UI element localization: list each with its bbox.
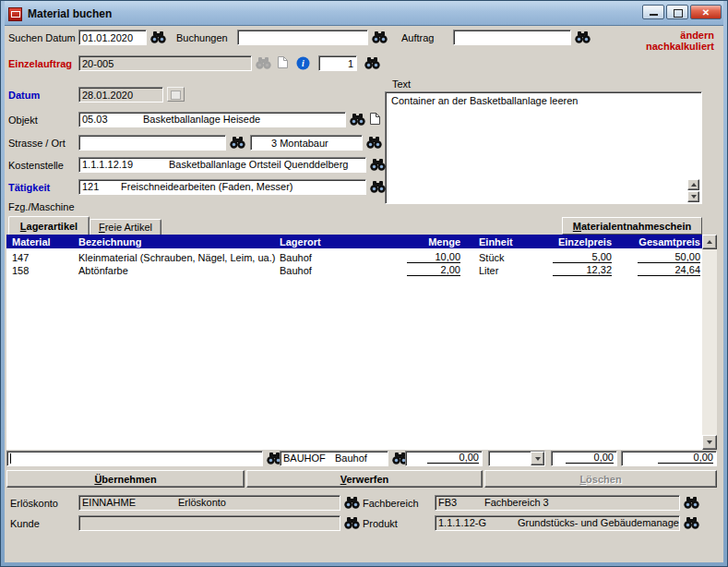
verwerfen-label: Verwerfen: [340, 474, 389, 485]
produkt-code: 1.1.1.12-G: [438, 517, 518, 529]
einheit-combo[interactable]: [488, 451, 545, 466]
col-einzelpreis: Einzelpreis: [553, 236, 612, 247]
strasse-ort-label: Strasse / Ort: [8, 138, 66, 150]
close-button[interactable]: ✕: [690, 5, 722, 19]
kunde-search-binoculars-icon[interactable]: [344, 517, 361, 530]
objekt-search-binoculars-icon[interactable]: [350, 114, 366, 127]
text-scroll-down-icon[interactable]: [687, 191, 699, 202]
tab-lagerartikel[interactable]: Lagerartikel: [8, 216, 90, 235]
cell-einheit: Liter: [479, 265, 553, 276]
cell-material: 147: [12, 252, 78, 263]
table-row[interactable]: 158 Abtönfarbe Bauhof 2,00 Liter 12,32 2…: [6, 263, 702, 276]
kostenstelle-search-binoculars-icon[interactable]: [370, 159, 387, 172]
erloeskonto-name: Erlöskonto: [178, 497, 226, 509]
taetigkeit-search-binoculars-icon[interactable]: [370, 181, 387, 194]
info-icon[interactable]: i: [296, 56, 310, 70]
tab-lagerartikel-label: Lagerartikel: [20, 221, 78, 232]
taetigkeit-name: Freischneidearbeiten (Faden, Messer): [121, 181, 292, 193]
buchungen-search-binoculars-icon[interactable]: [372, 31, 388, 44]
fachbereich-code: FB3: [438, 497, 484, 509]
material-buchen-window: Material buchen ✕ Suchen Datum Buchungen…: [0, 0, 728, 567]
suchen-datum-label: Suchen Datum: [8, 32, 76, 44]
materialentnahmeschein-button[interactable]: Materialentnahmeschein: [562, 217, 702, 235]
calendar-icon[interactable]: [167, 87, 185, 102]
einzelauftrag-count-input[interactable]: [318, 55, 357, 71]
ort-search-binoculars-icon[interactable]: [366, 137, 383, 150]
tab-freie-artikel[interactable]: Freie Artikel: [90, 219, 161, 235]
kunde-label: Kunde: [10, 518, 40, 530]
taetigkeit-code: 121: [82, 181, 121, 193]
article-list: 147 Kleinmaterial (Schrauben, Nägel, Lei…: [6, 248, 702, 450]
cell-bezeichnung: Kleinmaterial (Schrauben, Nägel, Leim, u…: [78, 252, 280, 263]
einzelauftrag-count-search-binoculars-icon[interactable]: [364, 57, 381, 70]
list-scrollbar[interactable]: [702, 235, 717, 450]
col-gesamtpreis: Gesamtpreis: [638, 236, 700, 247]
einzelauftrag-search-binoculars-icon[interactable]: [256, 57, 272, 70]
einzelauftrag-document-icon[interactable]: [278, 56, 289, 69]
table-header: Material Bezeichnung Lagerort Menge Einh…: [6, 235, 702, 248]
maximize-button[interactable]: [666, 5, 688, 19]
cell-lagerort: Bauhof: [280, 252, 407, 263]
scroll-down-icon[interactable]: [702, 435, 717, 450]
titlebar: Material buchen ✕: [5, 1, 723, 25]
fachbereich-search-binoculars-icon[interactable]: [684, 497, 700, 510]
objekt-document-icon[interactable]: [370, 113, 381, 126]
einzelauftrag-input[interactable]: [78, 55, 252, 71]
col-einheit: Einheit: [479, 236, 553, 247]
strasse-input[interactable]: [78, 135, 226, 151]
fzg-maschine-label: Fzg./Maschine: [8, 201, 75, 213]
menge-value: 0,00: [427, 452, 479, 464]
erloeskonto-search-binoculars-icon[interactable]: [344, 497, 361, 510]
svg-text:i: i: [302, 58, 304, 68]
suchen-datum-search-binoculars-icon[interactable]: [150, 31, 167, 44]
col-lagerort: Lagerort: [280, 236, 407, 247]
produkt-field[interactable]: 1.1.1.12-G Grundstücks- und Gebäudemanag…: [435, 515, 680, 531]
kunde-input[interactable]: [78, 515, 340, 531]
datum-label: Datum: [8, 90, 40, 102]
auftrag-search-binoculars-icon[interactable]: [575, 31, 591, 44]
einzelauftrag-label: Einzelauftrag: [8, 58, 72, 70]
text-area-scroll: [687, 179, 700, 203]
objekt-field[interactable]: 05.03 Basketballanlage Heisede: [78, 112, 346, 127]
uebernehmen-label: Übernehmen: [94, 474, 156, 485]
scroll-up-icon[interactable]: [702, 235, 717, 249]
cell-gesamtpreis: 24,64: [638, 264, 700, 276]
text-scroll-up-icon[interactable]: [687, 179, 699, 190]
text-area[interactable]: Container an der Basketballanlage leeren: [385, 91, 702, 204]
lagerort-entry-field[interactable]: BAUHOF Bauhof: [280, 451, 388, 466]
taetigkeit-field[interactable]: 121 Freischneidearbeiten (Faden, Messer): [78, 179, 366, 195]
status-aendern: ändern: [680, 30, 714, 41]
material-entry-input[interactable]: [6, 451, 263, 466]
uebernehmen-button[interactable]: Übernehmen: [6, 470, 245, 488]
col-material: Material: [12, 236, 78, 247]
suchen-datum-input[interactable]: [78, 30, 147, 45]
erloeskonto-field[interactable]: EINNAHME Erlöskonto: [78, 495, 340, 511]
menge-entry-field[interactable]: 0,00: [405, 451, 483, 466]
produkt-search-binoculars-icon[interactable]: [684, 517, 700, 530]
loeschen-button[interactable]: Löschen: [484, 470, 717, 488]
gesamtpreis-entry-field[interactable]: 0,00: [621, 451, 717, 466]
fachbereich-field[interactable]: FB3 Fachbereich 3: [435, 495, 680, 511]
caption-buttons: ✕: [642, 5, 722, 19]
kostenstelle-field[interactable]: 1.1.1.12.19 Basketballanlage Ortsteil Qu…: [78, 157, 366, 173]
cell-menge: 10,00: [407, 251, 460, 263]
minimize-button[interactable]: [642, 5, 664, 19]
einzelpreis-entry-field[interactable]: 0,00: [551, 451, 617, 466]
status-nachkalkuliert: nachkalkuliert: [646, 41, 714, 52]
erloeskonto-code: EINNAHME: [82, 497, 178, 509]
einzelpreis-value: 0,00: [566, 452, 614, 464]
auftrag-input[interactable]: [453, 30, 571, 45]
ort-input[interactable]: [250, 135, 363, 151]
strasse-search-binoculars-icon[interactable]: [230, 137, 246, 150]
table-row[interactable]: 147 Kleinmaterial (Schrauben, Nägel, Lei…: [6, 250, 702, 263]
objekt-name: Basketballanlage Heisede: [143, 114, 260, 126]
datum-input[interactable]: [78, 87, 163, 103]
cell-bezeichnung: Abtönfarbe: [78, 265, 280, 276]
buchungen-input[interactable]: [237, 30, 368, 45]
cell-gesamtpreis: 50,00: [638, 251, 700, 263]
cell-menge: 2,00: [407, 264, 460, 276]
cell-einzelpreis: 5,00: [553, 251, 612, 263]
cell-material: 158: [12, 265, 78, 276]
verwerfen-button[interactable]: Verwerfen: [246, 470, 483, 488]
combo-dropdown-icon[interactable]: [531, 452, 544, 465]
